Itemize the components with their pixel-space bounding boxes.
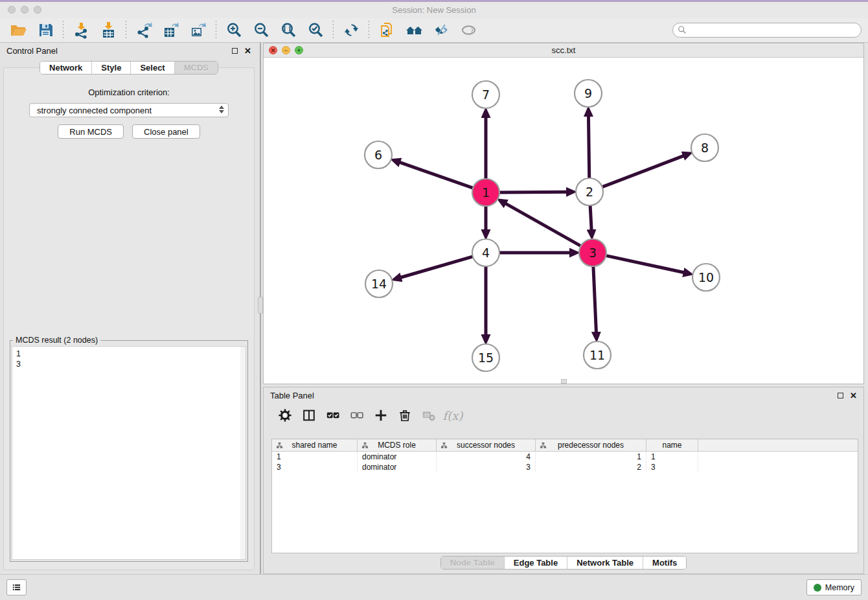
float-table-panel-icon[interactable] <box>838 393 843 398</box>
node-8[interactable]: 8 <box>691 134 718 161</box>
home-button[interactable] <box>402 20 426 41</box>
deselect-all-button[interactable] <box>347 406 367 425</box>
zoom-in-icon <box>225 21 243 39</box>
column-header-predecessor-nodes[interactable]: predecessor nodes <box>536 439 646 451</box>
cell-shared-name[interactable]: 3 <box>272 462 358 472</box>
cell-MCDS-role[interactable]: dominator <box>358 462 437 472</box>
splitter-grip[interactable] <box>258 297 263 314</box>
open-session-button[interactable] <box>6 20 30 41</box>
hide-style-button[interactable] <box>429 20 453 41</box>
zoom-selected-button[interactable] <box>304 20 327 41</box>
node-1[interactable]: 1 <box>472 179 499 206</box>
cell-successor-nodes[interactable]: 4 <box>437 452 536 462</box>
toggle-visibility-button[interactable] <box>457 20 480 41</box>
import-table-button[interactable] <box>97 20 120 41</box>
node-3[interactable]: 3 <box>579 239 606 266</box>
network-close-button[interactable]: ✕ <box>269 46 277 54</box>
export-image-button[interactable] <box>187 20 210 41</box>
close-panel-icon[interactable]: ✕ <box>244 48 251 54</box>
export-network-button[interactable] <box>132 20 155 41</box>
tab-node-table[interactable]: Node Table <box>441 557 505 569</box>
tab-mcds[interactable]: MCDS <box>175 62 218 74</box>
close-window-button[interactable] <box>8 6 16 14</box>
result-scrollbar[interactable] <box>240 347 246 559</box>
edge-2-9[interactable] <box>588 115 589 180</box>
node-2[interactable]: 2 <box>576 178 603 205</box>
control-panel-tabs: NetworkStyleSelectMCDS <box>40 61 218 75</box>
close-table-panel-icon[interactable]: ✕ <box>850 393 857 398</box>
table-row[interactable]: 1dominator411 <box>272 452 858 462</box>
tab-edge-table[interactable]: Edge Table <box>505 557 567 569</box>
close-panel-button[interactable]: Close panel <box>132 124 200 139</box>
cell-predecessor-nodes[interactable]: 2 <box>536 462 646 472</box>
tab-network-table[interactable]: Network Table <box>567 557 643 569</box>
column-header-MCDS-role[interactable]: MCDS role <box>358 439 437 451</box>
node-4[interactable]: 4 <box>472 239 499 266</box>
select-all-button[interactable] <box>323 406 343 425</box>
edge-4-14[interactable] <box>400 256 475 277</box>
mcds-result-text[interactable]: 13 <box>12 346 246 560</box>
memory-label: Memory <box>825 583 854 592</box>
network-canvas[interactable]: 7968124314101511 <box>264 58 863 384</box>
node-14[interactable]: 14 <box>365 270 393 297</box>
canvas-splitter-handle[interactable] <box>561 379 567 384</box>
node-11[interactable]: 11 <box>584 341 611 369</box>
settings-button[interactable] <box>275 406 295 425</box>
edge-3-10[interactable] <box>604 255 685 273</box>
save-session-button[interactable] <box>34 20 57 41</box>
edge-2-8[interactable] <box>600 156 684 187</box>
cell-MCDS-role[interactable]: dominator <box>358 452 437 462</box>
cell-shared-name[interactable]: 1 <box>272 452 358 462</box>
optimization-criterion-select[interactable]: strongly connected component <box>29 103 229 117</box>
memory-button[interactable]: Memory <box>806 579 862 595</box>
search-box[interactable] <box>672 23 862 38</box>
network-maximize-button[interactable]: + <box>295 46 303 54</box>
run-mcds-button[interactable]: Run MCDS <box>58 124 124 139</box>
import-network-button[interactable] <box>69 20 93 41</box>
column-header-successor-nodes[interactable]: successor nodes <box>437 439 536 451</box>
edge-3-1[interactable] <box>505 203 583 247</box>
refresh-button[interactable] <box>339 20 363 41</box>
tab-select[interactable]: Select <box>131 62 174 74</box>
result-line: 1 <box>16 349 242 359</box>
table-row[interactable]: 3dominator323 <box>272 462 858 472</box>
cell-name[interactable]: 3 <box>646 462 698 472</box>
minimize-window-button[interactable] <box>21 6 29 14</box>
export-table-button[interactable] <box>159 20 183 41</box>
window-controls[interactable] <box>8 6 41 14</box>
zoom-in-button[interactable] <box>222 20 246 41</box>
edge-3-11[interactable] <box>593 264 597 333</box>
delete-column-button[interactable] <box>395 406 415 425</box>
network-minimize-button[interactable]: − <box>282 46 290 54</box>
split-columns-button[interactable] <box>299 406 319 425</box>
node-9[interactable]: 9 <box>575 80 602 107</box>
cell-successor-nodes[interactable]: 3 <box>437 462 536 472</box>
fit-content-button[interactable] <box>277 20 300 41</box>
node-15[interactable]: 15 <box>472 344 499 371</box>
panel-splitter[interactable] <box>258 43 263 574</box>
edge-1-2[interactable] <box>497 192 567 192</box>
zoom-window-button[interactable] <box>34 6 41 14</box>
list-icon <box>11 583 22 592</box>
add-column-button[interactable] <box>371 406 391 425</box>
node-table[interactable]: shared nameMCDS rolesuccessor nodesprede… <box>271 439 858 553</box>
tab-network[interactable]: Network <box>40 62 92 74</box>
edge-1-6[interactable] <box>399 162 475 189</box>
search-input[interactable] <box>672 23 862 38</box>
node-6[interactable]: 6 <box>365 141 392 168</box>
control-panel: Control Panel ✕ NetworkStyleSelectMCDS O… <box>0 43 258 574</box>
node-7[interactable]: 7 <box>472 81 499 108</box>
tab-motifs[interactable]: Motifs <box>643 557 686 569</box>
cell-predecessor-nodes[interactable]: 1 <box>536 452 646 462</box>
column-header-shared-name[interactable]: shared name <box>272 439 358 451</box>
tab-style[interactable]: Style <box>92 62 131 74</box>
zoom-out-button[interactable] <box>249 20 273 41</box>
export-table-icon <box>163 21 180 39</box>
cell-name[interactable]: 1 <box>646 452 698 462</box>
column-header-name[interactable]: name <box>646 439 698 451</box>
show-task-history-button[interactable] <box>6 579 27 595</box>
edge-2-3[interactable] <box>590 203 591 231</box>
float-panel-icon[interactable] <box>232 48 238 54</box>
duplicate-network-button[interactable] <box>375 20 398 41</box>
node-10[interactable]: 10 <box>692 264 720 291</box>
